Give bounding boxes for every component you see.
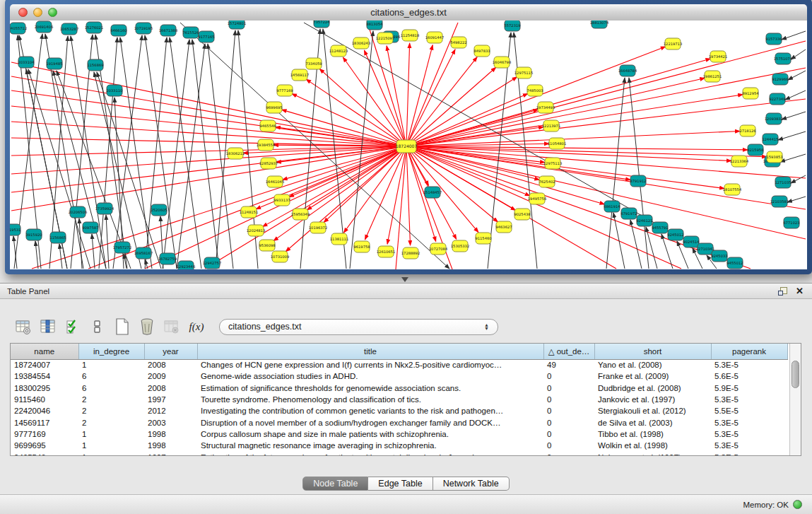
table-cell[interactable]: 0 [543, 451, 594, 456]
graph-node[interactable]: 7334059 [305, 58, 322, 69]
table-cell[interactable]: 1 [78, 428, 144, 440]
graph-node[interactable]: 12975113 [543, 158, 562, 169]
table-scrollbar-thumb[interactable] [792, 361, 799, 388]
table-cell[interactable]: 22420046 [11, 405, 78, 416]
graph-node[interactable]: 12024813 [247, 225, 265, 236]
table-cell[interactable]: 0 [543, 405, 594, 416]
graph-node[interactable]: 12103581 [770, 196, 789, 207]
table-cell[interactable]: 5.6E-5 [711, 370, 787, 382]
table-row[interactable]: 969969511998Structural magnetic resonanc… [11, 440, 787, 451]
graph-node[interactable]: 12213971 [542, 120, 560, 132]
table-cell[interactable]: 2 [78, 405, 144, 416]
graph-node[interactable]: 16046798 [493, 57, 511, 68]
graph-node[interactable]: 12213364 [730, 156, 749, 167]
graph-node[interactable]: 17288892 [401, 247, 420, 259]
table-cell[interactable]: 0 [543, 428, 594, 440]
graph-node[interactable]: 9699695 [266, 102, 282, 113]
panel-splitter-handle[interactable] [401, 277, 408, 282]
graph-node[interactable]: 2033110 [106, 85, 122, 96]
tab-network-table[interactable]: Network Table [433, 477, 510, 491]
table-cell[interactable]: 9699695 [11, 440, 78, 451]
table-cell[interactable]: Nakamura et al. (1997) [594, 451, 711, 456]
graph-node[interactable]: 11248151 [240, 206, 258, 218]
graph-node[interactable]: 16782759 [158, 253, 177, 264]
graph-node[interactable]: 7625402 [539, 176, 555, 187]
graph-node[interactable]: 12215097 [376, 33, 394, 44]
graph-node[interactable]: 9025438 [514, 209, 530, 220]
table-row[interactable]: 1456911722003Disruption of a novel membe… [11, 416, 787, 428]
graph-node[interactable]: 10727084 [429, 243, 448, 255]
table-cell[interactable]: 9465546 [11, 451, 78, 456]
table-cell[interactable]: 0 [543, 370, 594, 382]
table-cell[interactable]: 19384554 [11, 370, 78, 382]
graph-node[interactable]: 10731009 [271, 251, 289, 262]
table-cell[interactable]: Tibbo et al. (1998) [594, 428, 711, 440]
table-row[interactable]: 946554611997Estimation of the future num… [11, 451, 787, 456]
graph-node[interactable]: 5498222 [450, 37, 466, 48]
table-cell[interactable]: 18724007 [11, 359, 78, 370]
table-cell[interactable]: 5.3E-5 [711, 451, 787, 456]
table-select-dropdown[interactable]: citations_edges.txt ▲▼ [219, 319, 498, 335]
table-row[interactable]: 977716911998Corpus callosum shape and si… [11, 428, 787, 440]
graph-node[interactable]: 11054801 [548, 138, 566, 149]
graph-node[interactable]: 20206506 [69, 206, 87, 218]
table-cell[interactable]: Estimation of the future numbers of pati… [197, 451, 543, 456]
graph-node[interactable]: 8791912 [630, 175, 646, 187]
graph-node[interactable]: 10719195 [134, 23, 153, 34]
table-cell[interactable]: Genome-wide association studies in ADHD. [197, 370, 543, 382]
graph-node[interactable]: 8497833 [473, 45, 490, 57]
table-options-button[interactable] [14, 317, 33, 336]
graph-node[interactable]: 16461045 [266, 176, 284, 187]
graph-node[interactable]: 11248123 [329, 45, 348, 57]
table-cell[interactable]: Dudbridge et al. (2008) [594, 382, 711, 394]
graph-node[interactable]: 1156865 [49, 232, 66, 243]
table-cell[interactable]: 1997 [144, 451, 197, 456]
select-all-columns-button[interactable] [64, 317, 82, 336]
table-cell[interactable]: 2012 [144, 405, 197, 416]
table-cell[interactable]: 14569117 [11, 416, 78, 428]
table-cell[interactable]: Wolkin et al. (1998) [594, 440, 711, 451]
graph-node[interactable]: 9097587 [82, 222, 98, 233]
graph-node[interactable]: 9157336 [765, 33, 782, 45]
table-row[interactable]: 1872400712008Changes of HCN gene express… [11, 359, 787, 370]
new-column-button[interactable] [113, 317, 131, 336]
table-row[interactable]: 911546021997Tourette syndrome. Phenomeno… [11, 394, 787, 405]
table-cell[interactable]: Disruption of a novel member of a sodium… [197, 416, 543, 428]
graph-node[interactable]: 3915920 [25, 229, 42, 240]
function-builder-button[interactable]: f(x) [187, 317, 206, 336]
graph-node[interactable]: 7615526 [182, 27, 199, 38]
table-cell[interactable]: 5.5E-5 [711, 405, 787, 416]
graph-node[interactable]: 1919485 [46, 58, 62, 69]
graph-node[interactable]: 9536098 [259, 240, 275, 251]
graph-node[interactable]: 1156869 [87, 59, 103, 71]
graph-node[interactable]: 19734493 [536, 102, 555, 113]
close-panel-icon[interactable]: ✕ [796, 286, 804, 296]
zoom-window-button[interactable] [48, 8, 57, 17]
table-cell[interactable]: 0 [543, 394, 594, 405]
float-panel-icon[interactable] [778, 287, 787, 296]
table-cell[interactable]: 5.3E-5 [711, 428, 787, 440]
column-header-pagerank[interactable]: pagerank [711, 344, 787, 359]
graph-node[interactable]: 16648784 [618, 65, 637, 76]
graph-node[interactable]: 6791972 [620, 208, 637, 219]
table-cell[interactable]: Tourette syndrome. Phenomenology and cla… [197, 394, 543, 405]
network-canvas[interactable]: 2405571220691406106532871527602164661601… [10, 21, 807, 269]
table-cell[interactable]: 5.3E-5 [711, 394, 787, 405]
graph-node[interactable]: 1919531 [10, 224, 21, 235]
graph-node[interactable]: 12852937 [259, 158, 278, 169]
graph-node[interactable]: 11381111 [330, 233, 348, 245]
table-cell[interactable]: 1998 [144, 428, 197, 440]
table-cell[interactable]: 18300295 [11, 382, 78, 394]
graph-node[interactable]: 9245033 [711, 250, 727, 262]
graph-node[interactable]: 19384554 [257, 139, 276, 151]
graph-node[interactable]: 18107554 [723, 184, 742, 195]
graph-node[interactable]: 19734421 [709, 51, 727, 62]
table-cell[interactable]: 49 [543, 359, 594, 370]
close-window-button[interactable] [18, 8, 28, 17]
graph-node[interactable]: 9227349 [769, 93, 785, 105]
table-row[interactable]: 1830029562008Estimation of significance … [11, 382, 787, 394]
table-cell[interactable]: de Silva et al. (2003) [594, 416, 711, 428]
graph-node[interactable]: 18306212 [226, 148, 245, 159]
column-header-title[interactable]: title [197, 344, 543, 359]
graph-node[interactable]: 9177165 [198, 31, 214, 42]
